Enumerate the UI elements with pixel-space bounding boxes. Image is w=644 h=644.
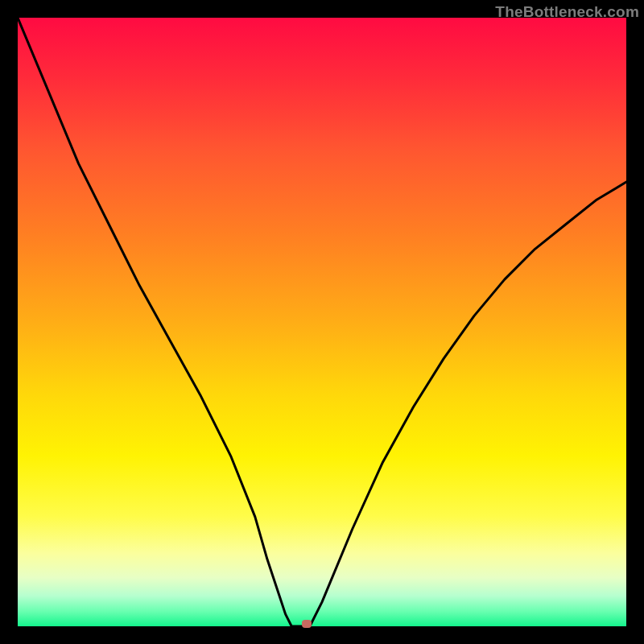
bottleneck-curve — [18, 18, 626, 626]
chart-frame: TheBottleneck.com — [0, 0, 644, 644]
optimum-marker — [302, 620, 312, 628]
plot-area — [18, 18, 626, 626]
curve-svg — [18, 18, 626, 626]
